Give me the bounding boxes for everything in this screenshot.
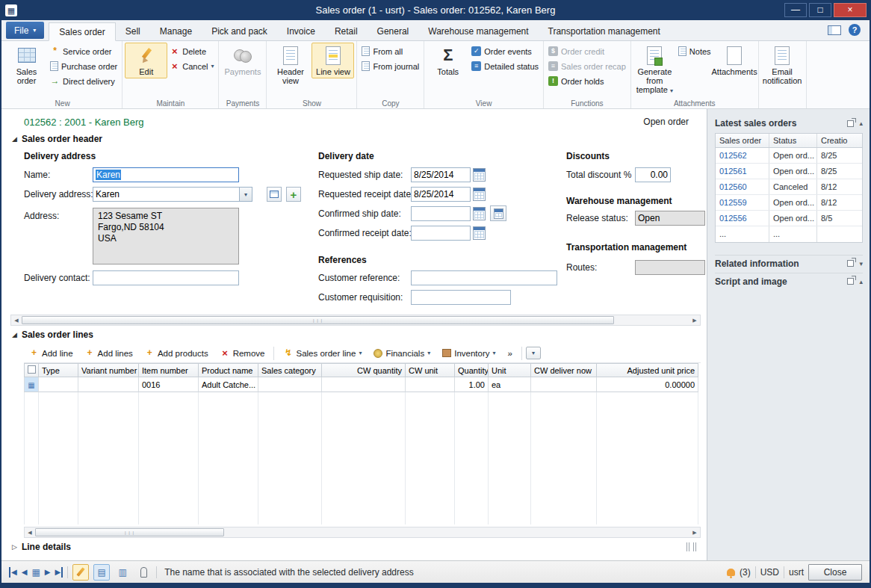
add-address-button[interactable]: + bbox=[286, 187, 301, 202]
list-item[interactable]: ... ... bbox=[716, 226, 862, 242]
order-credit-button[interactable]: $ Order credit bbox=[546, 46, 628, 57]
cell-item-number[interactable]: 0016 bbox=[139, 377, 199, 392]
nav-first-button[interactable]: ◀ bbox=[9, 567, 17, 578]
details-view-toggle-button[interactable]: ▥ bbox=[114, 564, 131, 581]
notes-button[interactable]: Notes bbox=[676, 46, 713, 57]
generate-from-template-button[interactable]: Generate from template ▾ bbox=[633, 43, 676, 98]
col-type[interactable]: Type bbox=[39, 363, 78, 377]
purchase-order-button[interactable]: Purchase order bbox=[48, 61, 120, 72]
sales-order-line-menu-button[interactable]: ↯ Sales order line ▾ bbox=[278, 346, 367, 360]
tab-sales-order[interactable]: Sales order bbox=[49, 22, 115, 41]
factbox-script-and-image-header[interactable]: Script and image ▴ bbox=[715, 273, 863, 289]
notification-bell-icon[interactable] bbox=[727, 569, 735, 576]
lines-scrollbar-thumb[interactable]: | | | bbox=[35, 528, 224, 536]
statusbar-edit-button[interactable] bbox=[72, 564, 89, 581]
cell-variant-number[interactable] bbox=[78, 377, 139, 392]
list-item[interactable]: 012556 Open ord... 8/5 bbox=[716, 211, 862, 226]
list-item[interactable]: 012559 Open ord... 8/12 bbox=[716, 195, 862, 211]
order-link[interactable]: 012560 bbox=[716, 179, 769, 194]
factbox-latest-sales-orders-header[interactable]: Latest sales orders ▴ bbox=[715, 115, 863, 131]
grid-view-toggle-button[interactable]: ▤ bbox=[93, 564, 110, 581]
header-view-button[interactable]: Header view bbox=[269, 43, 311, 87]
scroll-left-icon[interactable]: ◀ bbox=[11, 318, 22, 324]
list-item[interactable]: 012562 Open ord... 8/25 bbox=[716, 148, 862, 164]
cell-product-name[interactable]: Adult Catche... bbox=[199, 377, 258, 392]
add-line-button[interactable]: + Add line bbox=[24, 346, 78, 360]
related-popout-icon[interactable] bbox=[847, 260, 854, 267]
total-discount-input[interactable]: 0.00 bbox=[635, 167, 671, 182]
scroll-right-icon[interactable]: ▶ bbox=[689, 318, 700, 324]
order-link[interactable]: 012559 bbox=[716, 195, 769, 210]
attachments-button[interactable]: Attachments bbox=[713, 43, 756, 78]
close-form-button[interactable]: Close bbox=[808, 564, 862, 581]
fb-col-sales-order[interactable]: Sales order bbox=[716, 134, 769, 147]
tab-retail[interactable]: Retail bbox=[325, 22, 368, 40]
table-row[interactable]: ▦ 0016 Adult Catche... 1.00 ea 0.00000 bbox=[24, 377, 698, 392]
tab-manage[interactable]: Manage bbox=[150, 22, 202, 40]
tab-general[interactable]: General bbox=[368, 22, 419, 40]
order-events-button[interactable]: ✓ Order events bbox=[469, 46, 541, 57]
header-horizontal-scrollbar[interactable]: ◀ | | | ▶ bbox=[10, 315, 701, 326]
edit-address-button[interactable] bbox=[267, 187, 282, 202]
tab-invoice[interactable]: Invoice bbox=[277, 22, 325, 40]
cell-quantity[interactable]: 1.00 bbox=[455, 377, 489, 392]
service-order-button[interactable]: * Service order bbox=[48, 46, 120, 57]
confirmed-ship-date-input[interactable] bbox=[411, 206, 471, 221]
cell-cw-quantity[interactable] bbox=[322, 377, 406, 392]
cell-adjusted-unit-price[interactable]: 0.00000 bbox=[597, 377, 698, 392]
requested-ship-date-calendar-icon[interactable] bbox=[473, 168, 486, 182]
delete-button[interactable]: × Delete bbox=[167, 46, 216, 57]
col-quantity[interactable]: Quantity bbox=[455, 363, 489, 377]
direct-delivery-button[interactable]: → Direct delivery bbox=[48, 75, 120, 87]
list-item[interactable]: 012561 Open ord... 8/25 bbox=[716, 164, 862, 179]
delivery-contact-input[interactable] bbox=[93, 270, 239, 285]
nav-last-button[interactable]: ▶ bbox=[55, 567, 63, 578]
customer-reference-input[interactable] bbox=[411, 270, 557, 285]
requested-receipt-date-input[interactable]: 8/25/2014 bbox=[411, 187, 471, 202]
financials-menu-button[interactable]: Financials ▾ bbox=[368, 347, 436, 360]
section-sales-order-lines[interactable]: ◢ Sales order lines bbox=[1, 327, 707, 342]
tab-sell[interactable]: Sell bbox=[116, 22, 150, 40]
cancel-button[interactable]: × Cancel ▾ bbox=[167, 61, 216, 72]
from-all-button[interactable]: From all bbox=[359, 46, 421, 57]
col-cw-unit[interactable]: CW unit bbox=[406, 363, 455, 377]
company-indicator[interactable]: usrt bbox=[789, 567, 804, 578]
confirm-date-update-button[interactable] bbox=[490, 205, 506, 221]
delivery-address-dropdown-icon[interactable]: ▾ bbox=[239, 188, 252, 201]
col-adjusted-unit-price[interactable]: Adjusted unit price bbox=[597, 363, 698, 377]
section-sales-order-header[interactable]: ◢ Sales order header bbox=[1, 131, 707, 146]
workspace-layout-icon[interactable] bbox=[828, 25, 841, 35]
grip-icon-2[interactable] bbox=[693, 542, 696, 551]
totals-button[interactable]: Σ Totals bbox=[427, 43, 469, 78]
related-collapse-chevron-icon[interactable]: ▾ bbox=[859, 260, 863, 267]
add-products-button[interactable]: + Add products bbox=[140, 346, 214, 360]
email-notification-button[interactable]: Email notification bbox=[761, 43, 804, 87]
row-selector-cell[interactable]: ▦ bbox=[24, 377, 39, 392]
list-item[interactable]: 012560 Canceled 8/12 bbox=[716, 179, 862, 195]
lines-horizontal-scrollbar[interactable]: ◀ | | | ▶ bbox=[24, 527, 701, 538]
inventory-menu-button[interactable]: Inventory ▾ bbox=[437, 347, 500, 360]
cell-cw-unit[interactable] bbox=[406, 377, 455, 392]
cell-sales-category[interactable] bbox=[258, 377, 322, 392]
cell-cw-deliver-now[interactable] bbox=[531, 377, 597, 392]
latest-collapse-chevron-icon[interactable]: ▴ bbox=[859, 120, 863, 127]
statusbar-attachment-button[interactable] bbox=[135, 564, 152, 581]
requested-ship-date-input[interactable]: 8/25/2014 bbox=[411, 167, 471, 182]
factbox-related-information-header[interactable]: Related information ▾ bbox=[715, 255, 863, 271]
minimize-button[interactable]: — bbox=[784, 3, 807, 17]
from-journal-button[interactable]: From journal bbox=[359, 61, 421, 72]
edit-button[interactable]: Edit bbox=[125, 43, 167, 78]
col-product-name[interactable]: Product name bbox=[199, 363, 258, 377]
tab-pick-and-pack[interactable]: Pick and pack bbox=[202, 22, 277, 40]
select-all-checkbox[interactable] bbox=[28, 365, 36, 374]
help-icon[interactable]: ? bbox=[849, 24, 861, 36]
order-link[interactable]: 012561 bbox=[716, 164, 769, 179]
remove-button[interactable]: × Remove bbox=[215, 346, 270, 360]
grid-view-dropdown-button[interactable]: ▾ bbox=[526, 347, 541, 359]
notification-count[interactable]: (3) bbox=[740, 567, 751, 578]
script-collapse-chevron-icon[interactable]: ▴ bbox=[859, 278, 863, 285]
nav-previous-button[interactable]: ◀ bbox=[22, 567, 28, 578]
order-holds-button[interactable]: ! Order holds bbox=[546, 75, 628, 87]
cell-type[interactable] bbox=[39, 377, 78, 392]
scrollbar-thumb[interactable]: | | | bbox=[22, 316, 614, 324]
